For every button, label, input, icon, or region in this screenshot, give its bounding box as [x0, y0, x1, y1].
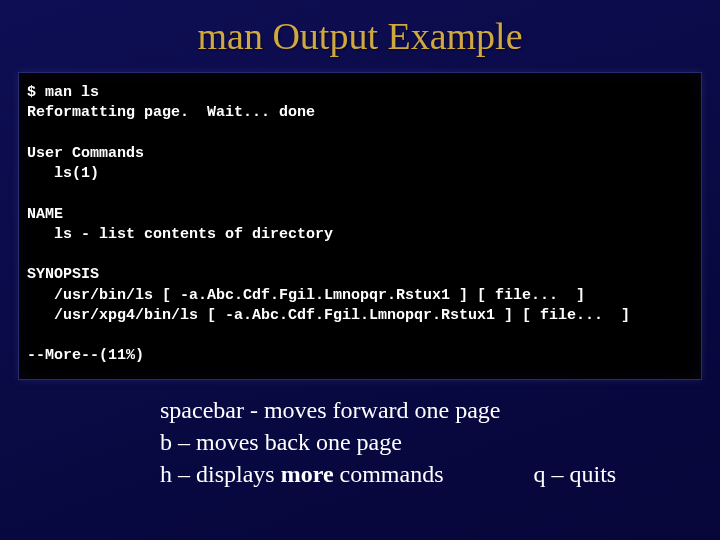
term-line: User Commands: [27, 145, 144, 162]
hint-b: b – moves back one page: [160, 426, 720, 458]
term-line: /usr/bin/ls [ -a.Abc.Cdf.Fgil.Lmnopqr.Rs…: [27, 287, 585, 304]
hint-spacebar: spacebar - moves forward one page: [160, 394, 720, 426]
hint-q: q – quits: [534, 461, 617, 487]
slide: man Output Example $ man ls Reformatting…: [0, 0, 720, 540]
term-line: --More--(11%): [27, 347, 144, 364]
hint-h-q: h – displays more commandsq – quits: [160, 458, 720, 490]
term-line: SYNOPSIS: [27, 266, 99, 283]
term-line: ls - list contents of directory: [27, 226, 333, 243]
hint-h-prefix: h – displays: [160, 461, 281, 487]
term-line: /usr/xpg4/bin/ls [ -a.Abc.Cdf.Fgil.Lmnop…: [27, 307, 630, 324]
term-line: $ man ls: [27, 84, 99, 101]
terminal-output: $ man ls Reformatting page. Wait... done…: [18, 72, 702, 380]
page-title: man Output Example: [0, 0, 720, 58]
term-line: NAME: [27, 206, 63, 223]
term-line: Reformatting page. Wait... done: [27, 104, 315, 121]
term-line: ls(1): [27, 165, 99, 182]
key-hints: spacebar - moves forward one page b – mo…: [160, 394, 720, 491]
hint-h-suffix: commands: [334, 461, 444, 487]
hint-h-bold: more: [281, 461, 334, 487]
